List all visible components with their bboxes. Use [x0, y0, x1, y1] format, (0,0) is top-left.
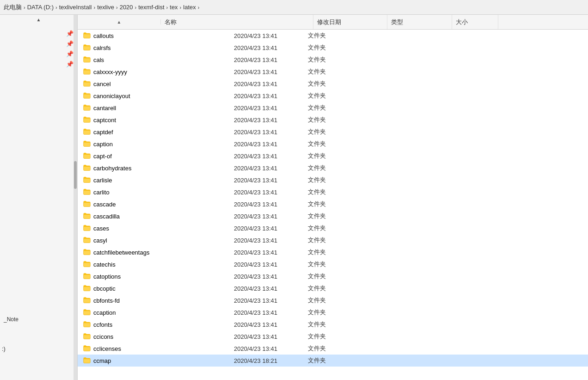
folder-icon: [83, 92, 91, 100]
table-row[interactable]: carbohydrates 2020/4/23 13:41 文件夹: [78, 162, 588, 174]
col-header-name[interactable]: 名称: [161, 15, 313, 29]
table-row[interactable]: calxxxx-yyyy 2020/4/23 13:41 文件夹: [78, 66, 588, 78]
breadcrumb-sep-5: ›: [166, 5, 168, 10]
file-date-cell: 2020/4/23 13:41: [230, 177, 304, 184]
breadcrumb-item-2[interactable]: texliveInstall: [59, 4, 92, 11]
folder-icon: [83, 116, 91, 124]
table-row[interactable]: captcont 2020/4/23 13:41 文件夹: [78, 114, 588, 126]
file-date-cell: 2020/4/23 13:41: [230, 129, 304, 136]
table-row[interactable]: canoniclayout 2020/4/23 13:41 文件夹: [78, 90, 588, 102]
table-row[interactable]: carlito 2020/4/23 13:41 文件夹: [78, 186, 588, 198]
file-type-cell: 文件夹: [304, 92, 369, 100]
file-date-cell: 2020/4/23 13:41: [230, 249, 304, 256]
file-type-cell: 文件夹: [304, 68, 369, 76]
sidebar: ▲ 📌 📌 📌 📌 _Note :): [0, 15, 78, 380]
file-date-cell: 2020/4/23 13:41: [230, 44, 304, 51]
file-name: ccfonts: [93, 321, 112, 328]
file-type-cell: 文件夹: [304, 224, 369, 232]
table-row[interactable]: casyl 2020/4/23 13:41 文件夹: [78, 234, 588, 246]
file-type-cell: 文件夹: [304, 164, 369, 172]
file-list[interactable]: callouts 2020/4/23 13:41 文件夹 calrsfs 202…: [78, 30, 588, 380]
file-name: calxxxx-yyyy: [93, 69, 127, 75]
file-name-cell: calxxxx-yyyy: [78, 68, 230, 76]
file-name-cell: ccmap: [78, 357, 230, 365]
file-name-cell: ccfonts: [78, 321, 230, 329]
table-row[interactable]: carlisle 2020/4/23 13:41 文件夹: [78, 174, 588, 186]
pin-icon-1[interactable]: 📌: [66, 30, 74, 37]
file-name: callouts: [93, 32, 114, 39]
file-type-cell: 文件夹: [304, 260, 369, 268]
file-type-cell: 文件夹: [304, 128, 369, 136]
breadcrumb-item-4[interactable]: 2020: [120, 4, 133, 11]
breadcrumb-item-7[interactable]: latex: [183, 4, 196, 11]
folder-icon: [83, 309, 91, 317]
table-row[interactable]: cbfonts-fd 2020/4/23 13:41 文件夹: [78, 294, 588, 306]
table-row[interactable]: ccaption 2020/4/23 13:41 文件夹: [78, 306, 588, 318]
folder-icon: [83, 237, 91, 244]
col-header-type[interactable]: 类型: [387, 15, 452, 29]
file-type-cell: 文件夹: [304, 296, 369, 305]
file-date-cell: 2020/4/23 13:41: [230, 213, 304, 220]
folder-icon: [83, 297, 91, 305]
sidebar-scrollbar[interactable]: [74, 15, 77, 380]
file-name: catchfilebetweentags: [93, 249, 149, 256]
table-row[interactable]: catechis 2020/4/23 13:41 文件夹: [78, 258, 588, 270]
sidebar-scrollbar-thumb[interactable]: [74, 161, 77, 189]
file-type-cell: 文件夹: [304, 356, 369, 365]
folder-icon: [83, 128, 91, 136]
file-name: captdef: [93, 129, 113, 136]
file-type-cell: 文件夹: [304, 344, 369, 353]
table-row[interactable]: caption 2020/4/23 13:41 文件夹: [78, 138, 588, 150]
table-row[interactable]: calrsfs 2020/4/23 13:41 文件夹: [78, 42, 588, 54]
sidebar-scroll-up[interactable]: ▲: [0, 15, 77, 24]
file-date-cell: 2020/4/23 13:41: [230, 141, 304, 148]
table-row[interactable]: cclicenses 2020/4/23 13:41 文件夹: [78, 343, 588, 355]
col-header-size[interactable]: 大小: [452, 15, 498, 29]
pin-icon-2[interactable]: 📌: [66, 40, 74, 47]
file-date-cell: 2020/4/23 13:41: [230, 153, 304, 160]
breadcrumb-item-5[interactable]: texmf-dist: [138, 4, 164, 11]
table-row[interactable]: ccmap 2020/4/23 18:21 文件夹: [78, 355, 588, 367]
table-row[interactable]: cascade 2020/4/23 13:41 文件夹: [78, 198, 588, 210]
file-name: cbcoptic: [93, 285, 116, 292]
file-name: ccicons: [93, 333, 113, 340]
breadcrumb-item-6[interactable]: tex: [170, 4, 178, 11]
table-row[interactable]: cantarell 2020/4/23 13:41 文件夹: [78, 102, 588, 114]
table-row[interactable]: cancel 2020/4/23 13:41 文件夹: [78, 78, 588, 90]
table-row[interactable]: cbcoptic 2020/4/23 13:41 文件夹: [78, 282, 588, 294]
folder-icon: [83, 345, 91, 353]
file-name: cantarell: [93, 105, 116, 112]
pin-icon-4[interactable]: 📌: [66, 60, 74, 68]
sort-arrow[interactable]: ▲: [78, 19, 161, 25]
file-type-cell: 文件夹: [304, 188, 369, 196]
file-name: cascadilla: [93, 213, 120, 220]
file-name: carbohydrates: [93, 165, 131, 172]
folder-icon: [83, 333, 91, 341]
folder-icon: [83, 357, 91, 365]
file-date-cell: 2020/4/23 13:41: [230, 32, 304, 39]
table-row[interactable]: cals 2020/4/23 13:41 文件夹: [78, 54, 588, 66]
breadcrumb-item-3[interactable]: texlive: [97, 4, 114, 11]
table-row[interactable]: capt-of 2020/4/23 13:41 文件夹: [78, 150, 588, 162]
table-row[interactable]: catchfilebetweentags 2020/4/23 13:41 文件夹: [78, 246, 588, 258]
folder-icon: [83, 212, 91, 220]
file-type-cell: 文件夹: [304, 212, 369, 220]
table-row[interactable]: cascadilla 2020/4/23 13:41 文件夹: [78, 210, 588, 222]
file-type-cell: 文件夹: [304, 284, 369, 293]
pin-icon-3[interactable]: 📌: [66, 50, 74, 57]
breadcrumb-item-1[interactable]: DATA (D:): [27, 4, 54, 11]
file-name: cals: [93, 56, 104, 63]
breadcrumb-item-0[interactable]: 此电脑: [4, 3, 22, 12]
table-row[interactable]: ccfonts 2020/4/23 13:41 文件夹: [78, 318, 588, 330]
table-row[interactable]: captdef 2020/4/23 13:41 文件夹: [78, 126, 588, 138]
sidebar-note: _Note: [0, 314, 22, 324]
table-row[interactable]: catoptions 2020/4/23 13:41 文件夹: [78, 270, 588, 282]
table-row[interactable]: callouts 2020/4/23 13:41 文件夹: [78, 30, 588, 42]
col-header-date[interactable]: 修改日期: [313, 15, 387, 29]
table-row[interactable]: cases 2020/4/23 13:41 文件夹: [78, 222, 588, 234]
file-type-cell: 文件夹: [304, 104, 369, 112]
file-date-cell: 2020/4/23 13:41: [230, 273, 304, 280]
file-type-cell: 文件夹: [304, 80, 369, 88]
table-row[interactable]: ccicons 2020/4/23 13:41 文件夹: [78, 330, 588, 343]
breadcrumb-sep-7: ›: [198, 5, 200, 10]
